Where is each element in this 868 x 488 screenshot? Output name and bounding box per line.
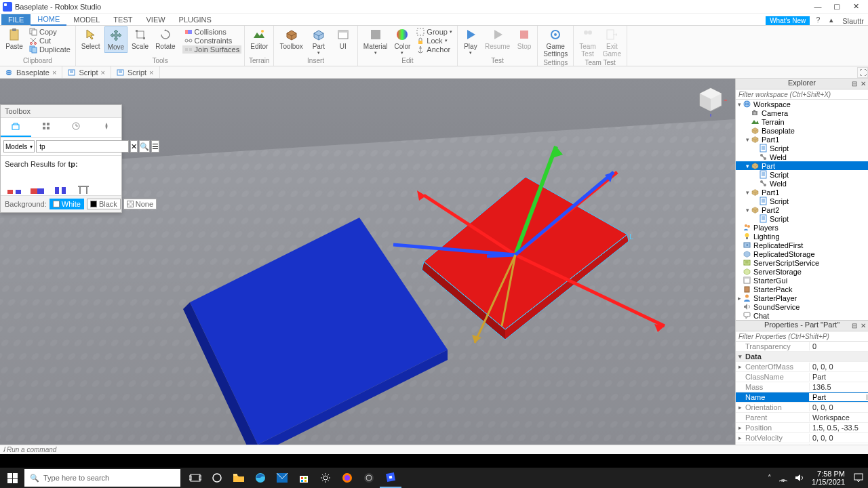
property-row[interactable]: ParentWorkspace xyxy=(736,413,868,423)
tree-node[interactable]: Weld xyxy=(736,152,868,161)
anchor-button[interactable]: Anchor xyxy=(414,45,454,54)
property-value[interactable]: 136.5 xyxy=(809,383,868,391)
document-tab[interactable]: Script× xyxy=(62,66,111,78)
toolbox-tab-marketplace[interactable] xyxy=(1,118,31,137)
settings-button[interactable] xyxy=(315,468,336,488)
tray-network-icon[interactable] xyxy=(775,468,791,488)
explorer-filter-input[interactable] xyxy=(736,89,868,99)
play-button[interactable]: Play▾ xyxy=(460,26,481,57)
selection-handle-icon[interactable]: L xyxy=(629,232,633,241)
tree-node[interactable]: Script xyxy=(736,214,868,223)
menu-plugins[interactable]: PLUGINS xyxy=(172,14,218,25)
join-surfaces-toggle[interactable]: Join Surfaces xyxy=(182,45,242,54)
property-category[interactable]: ▾Data xyxy=(736,352,868,362)
property-row[interactable]: Transparency0 xyxy=(736,342,868,352)
obs-button[interactable] xyxy=(358,468,380,488)
taskbar-search[interactable]: 🔍Type here to search xyxy=(24,469,180,487)
duplicate-button[interactable]: Duplicate xyxy=(27,45,73,54)
minimize-button[interactable]: ― xyxy=(808,1,827,13)
tree-node[interactable]: ▾Part xyxy=(736,161,868,170)
tree-node[interactable]: Lighting xyxy=(736,232,868,241)
menu-test[interactable]: TEST xyxy=(106,14,139,25)
document-tab[interactable]: Baseplate× xyxy=(0,66,62,78)
part-button[interactable]: Part▾ xyxy=(307,26,330,57)
property-value[interactable]: 0, 0, 0 xyxy=(809,363,868,371)
toolbox-bg-white[interactable]: White xyxy=(50,199,84,209)
expand-icon[interactable]: ▾ xyxy=(736,101,743,108)
roblox-studio-taskbar-button[interactable] xyxy=(380,468,401,488)
tree-node[interactable]: Players xyxy=(736,223,868,232)
tree-node[interactable]: StarterGui xyxy=(736,276,868,285)
menu-file[interactable]: FILE xyxy=(1,14,31,25)
toolbox-options-button[interactable]: ☰ xyxy=(151,140,159,152)
explorer-pin-button[interactable]: ⊟ xyxy=(850,79,859,87)
property-row[interactable]: ▸Orientation0, 0, 0 xyxy=(736,403,868,413)
tab-close-button[interactable]: × xyxy=(101,68,105,77)
properties-header[interactable]: Properties - Part "Part" ⊟ ✕ xyxy=(736,321,868,331)
properties-list[interactable]: Transparency0▾Data▸CenterOfMass0, 0, 0Cl… xyxy=(736,342,868,445)
property-value[interactable]: I xyxy=(809,393,868,401)
menu-model[interactable]: MODEL xyxy=(66,14,106,25)
property-value[interactable]: 0, 0, 0 xyxy=(809,434,868,442)
tree-node[interactable]: Script xyxy=(736,144,868,152)
game-settings-button[interactable]: Game Settings xyxy=(540,26,570,59)
property-row[interactable]: Mass136.5 xyxy=(736,382,868,392)
tree-node[interactable]: StarterPack xyxy=(736,285,868,293)
start-button[interactable] xyxy=(0,468,24,488)
property-value[interactable]: Part xyxy=(809,373,868,381)
properties-close-button[interactable]: ✕ xyxy=(859,321,867,329)
store-button[interactable] xyxy=(293,468,315,488)
tray-clock[interactable]: 7:58 PM1/15/2021 xyxy=(808,470,849,486)
mail-button[interactable] xyxy=(271,468,293,488)
lock-button[interactable]: Lock ▾ xyxy=(414,37,454,45)
tree-node[interactable]: Chat xyxy=(736,311,868,320)
ui-button[interactable]: UI xyxy=(332,26,355,52)
property-value[interactable]: 0, 0, 0 xyxy=(809,403,868,411)
tree-node[interactable]: ServerStorage xyxy=(736,267,868,276)
property-value-input[interactable] xyxy=(812,393,863,401)
color-button[interactable]: Color▾ xyxy=(391,26,413,57)
tree-node[interactable]: ReplicatedFirst xyxy=(736,241,868,249)
help-button[interactable]: ? xyxy=(812,14,823,25)
expand-icon[interactable]: ▾ xyxy=(744,189,751,196)
move-button[interactable]: Move xyxy=(104,26,127,53)
expand-icon[interactable]: ▾ xyxy=(744,207,751,214)
firefox-button[interactable] xyxy=(336,468,358,488)
tree-node[interactable]: ReplicatedStorage xyxy=(736,249,868,258)
toolbox-panel[interactable]: Toolbox Models ✕ 🔍 ☰ Search Results for … xyxy=(0,104,122,213)
property-row[interactable]: ▸Position1.5, 0.5, -33.5 xyxy=(736,423,868,433)
viewport-3d[interactable]: L Toolbox Models xyxy=(0,79,735,445)
command-bar[interactable]: ⁞ xyxy=(0,445,868,454)
menu-view[interactable]: VIEW xyxy=(139,14,172,25)
toolbox-search-button[interactable]: 🔍 xyxy=(139,140,150,152)
tree-node[interactable]: Script xyxy=(736,197,868,205)
tree-node[interactable]: Terrain xyxy=(736,117,868,126)
tree-node[interactable]: ServerScriptService xyxy=(736,258,868,267)
group-button[interactable]: Group ▾ xyxy=(414,28,454,36)
tab-close-button[interactable]: × xyxy=(52,68,56,77)
cortana-button[interactable] xyxy=(206,468,228,488)
view-cube[interactable] xyxy=(694,84,727,117)
toolbox-search-input[interactable] xyxy=(36,140,129,152)
terrain-editor-button[interactable]: Editor xyxy=(248,26,271,52)
expand-icon[interactable]: ▾ xyxy=(744,136,751,143)
explorer-close-button[interactable]: ✕ xyxy=(859,79,867,87)
properties-pin-button[interactable]: ⊟ xyxy=(850,321,859,329)
edge-button[interactable] xyxy=(250,468,271,488)
expand-icon[interactable]: ▸ xyxy=(736,295,743,302)
tray-expand-button[interactable]: ˄ xyxy=(764,468,775,488)
tray-notifications-button[interactable] xyxy=(849,468,868,488)
tree-node[interactable]: Weld xyxy=(736,179,868,188)
expand-icon[interactable]: ▾ xyxy=(744,163,751,169)
maximize-button[interactable]: ▢ xyxy=(827,1,846,13)
property-value[interactable]: Workspace xyxy=(809,413,868,422)
tray-volume-icon[interactable] xyxy=(791,468,808,488)
property-row[interactable]: ClassNamePart xyxy=(736,372,868,382)
toolbox-category-dropdown[interactable]: Models xyxy=(3,140,35,152)
tree-node[interactable]: ▾Part1 xyxy=(736,188,868,197)
property-row[interactable]: ▸RotVelocity0, 0, 0 xyxy=(736,433,868,443)
toolbox-results[interactable] xyxy=(1,183,121,195)
tree-node[interactable]: ▸StarterPlayer xyxy=(736,293,868,302)
command-input[interactable] xyxy=(7,446,868,453)
toolbox-bg-black[interactable]: Black xyxy=(87,199,121,209)
